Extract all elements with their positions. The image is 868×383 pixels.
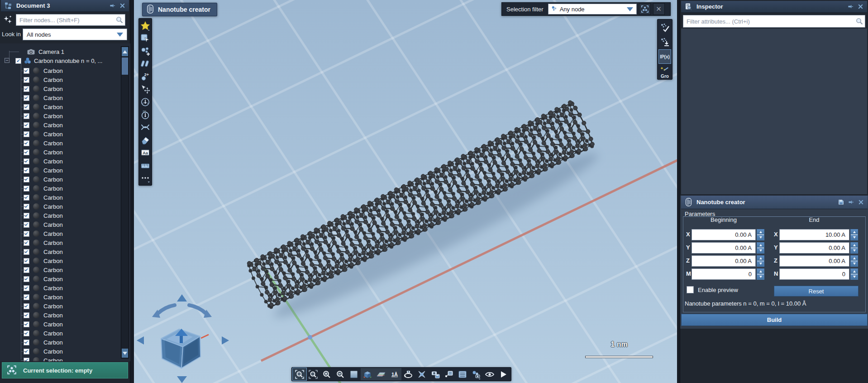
pin-icon[interactable] xyxy=(846,3,854,11)
scrollbar-thumb[interactable] xyxy=(122,57,128,75)
spinner-left[interactable] xyxy=(757,268,764,280)
tree-row-carbon[interactable]: ✔Carbon xyxy=(0,283,120,292)
zoom-fit-button[interactable] xyxy=(293,368,306,380)
tree-row-nanotube-group[interactable]: –✔Carbon nanotube n = 0, ... xyxy=(0,56,120,65)
tree-row-carbon[interactable]: ✔Carbon xyxy=(0,148,120,157)
viewport-effects-button[interactable] xyxy=(415,368,429,380)
select-tool-button[interactable] xyxy=(139,32,151,45)
tree-row-carbon[interactable]: ✔Carbon xyxy=(0,256,120,265)
tree-row-carbon[interactable]: ✔Carbon xyxy=(0,93,120,102)
tree-row-carbon[interactable]: ✔Carbon xyxy=(0,120,120,129)
measure-tool-button[interactable] xyxy=(139,159,151,172)
tree-row-carbon[interactable]: ✔Carbon xyxy=(0,193,120,202)
spin-up-icon[interactable] xyxy=(757,243,764,248)
spin-up-icon[interactable] xyxy=(757,230,764,235)
spin-up-icon[interactable] xyxy=(851,243,858,248)
interaction-potential-button[interactable]: IP(x) xyxy=(658,49,671,64)
tree-row-carbon[interactable]: ✔Carbon xyxy=(0,338,120,347)
charge-tool-button[interactable]: 2+ xyxy=(139,70,151,83)
pan-right-arrow[interactable] xyxy=(222,336,229,345)
orbit-camera-button[interactable] xyxy=(401,368,415,380)
param-input-right[interactable] xyxy=(780,269,849,279)
tree-row-carbon[interactable]: ✔Carbon xyxy=(0,229,120,238)
tree-row-carbon[interactable]: ✔Carbon xyxy=(0,139,120,148)
download-structure-button[interactable] xyxy=(658,35,671,49)
tree-row-carbon[interactable]: ✔Carbon xyxy=(0,238,120,247)
spin-down-icon[interactable] xyxy=(851,248,858,253)
param-input-right[interactable] xyxy=(780,243,849,253)
rotate-tool-button[interactable] xyxy=(139,96,151,108)
tree-row-carbon[interactable]: ✔Carbon xyxy=(0,274,120,283)
axes-tool-button[interactable]: XYZ xyxy=(139,108,151,121)
play-animation-button[interactable] xyxy=(496,368,510,380)
tab-nanotube-creator[interactable]: Nanotube creator xyxy=(142,3,217,16)
tree-row-carbon[interactable]: ✔Carbon xyxy=(0,166,120,175)
tree-row-carbon[interactable]: ✔Carbon xyxy=(0,320,120,329)
tree-row-carbon[interactable]: ✔Carbon xyxy=(0,75,120,84)
render-presets-button[interactable] xyxy=(469,368,483,380)
reset-button[interactable]: Reset xyxy=(774,286,858,297)
tree-row-carbon[interactable]: ✔Carbon xyxy=(0,347,120,356)
node-filter-input[interactable] xyxy=(16,14,125,25)
spinner-right[interactable] xyxy=(850,268,858,280)
spin-down-icon[interactable] xyxy=(757,261,764,266)
viewport-3d[interactable]: Nanotube creator Selection filter Any no… xyxy=(134,0,677,383)
spinner-left[interactable] xyxy=(757,255,764,267)
tree-row-carbon[interactable]: ✔Carbon xyxy=(0,292,120,302)
tree-row-carbon[interactable]: ✔Carbon xyxy=(0,220,120,229)
snapshot-button[interactable] xyxy=(429,368,442,380)
spinner-left[interactable] xyxy=(757,229,764,240)
tree-row-carbon[interactable]: ✔Carbon xyxy=(0,84,120,93)
visibility-button[interactable] xyxy=(483,368,496,380)
favorites-button[interactable] xyxy=(139,19,151,32)
twist-tool-button[interactable] xyxy=(139,121,151,134)
enable-preview-checkbox[interactable] xyxy=(687,286,694,293)
label-tool-button[interactable]: Aa xyxy=(139,146,151,159)
pan-left-arrow[interactable] xyxy=(137,336,144,345)
close-icon[interactable] xyxy=(118,2,126,10)
annotations-button[interactable] xyxy=(442,368,456,380)
scroll-down-button[interactable] xyxy=(122,349,128,358)
spin-up-icon[interactable] xyxy=(757,256,764,261)
zoom-out-button[interactable] xyxy=(334,368,347,380)
rotate-left-arrow[interactable] xyxy=(157,305,175,314)
close-filter-button[interactable]: ✕ xyxy=(653,3,665,15)
move-tool-button[interactable] xyxy=(139,83,151,96)
param-input-left[interactable] xyxy=(692,230,755,240)
tree-row-carbon[interactable]: ✔Carbon xyxy=(0,129,120,139)
spin-up-icon[interactable] xyxy=(757,269,764,274)
collapse-expander[interactable]: – xyxy=(5,58,10,63)
erase-tool-button[interactable] xyxy=(139,134,151,146)
zoom-in-button[interactable] xyxy=(320,368,334,380)
tree-row-carbon[interactable]: ✔Carbon xyxy=(0,175,120,184)
spin-down-icon[interactable] xyxy=(757,274,764,279)
spin-up-icon[interactable] xyxy=(851,230,858,235)
magic-sparkles-icon[interactable] xyxy=(2,14,13,25)
spin-up-icon[interactable] xyxy=(851,256,858,261)
spin-down-icon[interactable] xyxy=(851,274,858,279)
param-input-left[interactable] xyxy=(692,256,755,266)
rotate-right-arrow[interactable] xyxy=(189,305,206,314)
tree-row-carbon[interactable]: ✔Carbon xyxy=(0,356,120,361)
attribute-filter-input[interactable] xyxy=(683,15,865,27)
background-style-button[interactable] xyxy=(347,368,361,380)
navigation-cube-toggle-button[interactable] xyxy=(361,368,374,380)
selection-filter-dropdown[interactable]: Any node xyxy=(548,4,637,14)
tree-row-carbon[interactable]: ✔Carbon xyxy=(0,202,120,211)
look-in-dropdown[interactable]: All nodes xyxy=(23,29,127,40)
navigation-gizmo[interactable] xyxy=(135,293,231,383)
gromacs-setup-button[interactable]: Gro xyxy=(658,64,671,78)
save-icon[interactable] xyxy=(837,198,845,206)
spinner-right[interactable] xyxy=(850,229,858,240)
tree-row-carbon[interactable]: ✔Carbon xyxy=(0,247,120,256)
add-atoms-tool-button[interactable] xyxy=(139,45,151,57)
param-input-left[interactable] xyxy=(692,269,755,279)
spin-down-icon[interactable] xyxy=(851,261,858,266)
pin-icon[interactable] xyxy=(847,198,855,206)
tilt-down-arrow[interactable] xyxy=(177,376,187,383)
scroll-up-button[interactable] xyxy=(122,47,128,56)
tree-row-carbon[interactable]: ✔Carbon xyxy=(0,265,120,274)
select-nodes-button[interactable] xyxy=(639,3,651,15)
tree-row-carbon[interactable]: ✔Carbon xyxy=(0,329,120,338)
more-tools-button[interactable] xyxy=(139,172,151,184)
